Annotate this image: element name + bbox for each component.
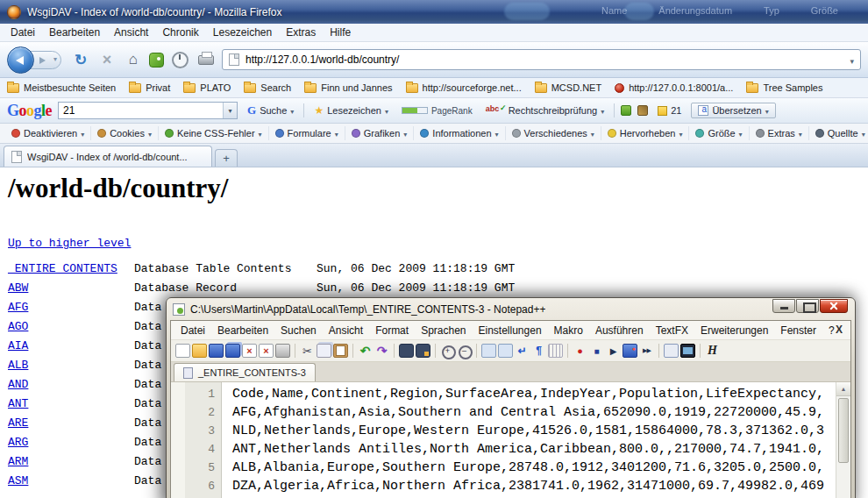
entry-link[interactable]: _ENTIRE_CONTENTS: [8, 262, 134, 275]
bookmark-item[interactable]: Tree Samples: [746, 82, 822, 93]
bookmark-item[interactable]: Search: [244, 82, 291, 93]
pagerank-indicator[interactable]: PageRank: [398, 104, 476, 117]
webdev-menu-item[interactable]: Verschiedenes: [506, 126, 601, 140]
bookmark-item[interactable]: Meistbesuchte Seiten: [7, 82, 116, 93]
new-tab-button[interactable]: +: [215, 149, 238, 167]
menu-item[interactable]: Ansicht: [323, 323, 369, 338]
replace-icon[interactable]: [416, 344, 430, 358]
entry-link[interactable]: ALB: [8, 359, 134, 372]
google-search-value[interactable]: 21: [59, 104, 223, 117]
bookmark-item[interactable]: PLATO: [183, 82, 231, 93]
up-link[interactable]: Up to higher level: [8, 237, 131, 250]
copy-icon[interactable]: [317, 344, 331, 358]
sync-v-icon[interactable]: [481, 344, 496, 358]
stop-icon[interactable]: [96, 49, 117, 70]
clock-icon[interactable]: [169, 49, 190, 70]
close-document-button[interactable]: X: [836, 324, 843, 336]
close-all-icon[interactable]: [259, 344, 274, 358]
sync-h-icon[interactable]: [498, 344, 513, 358]
find-icon[interactable]: [399, 344, 414, 358]
webdev-menu-item[interactable]: Grafiken: [345, 126, 415, 140]
menu-item[interactable]: Makro: [548, 323, 589, 338]
scrollbar-thumb[interactable]: [838, 398, 849, 463]
redo-icon[interactable]: [374, 344, 389, 358]
indent-guide-icon[interactable]: [548, 344, 563, 358]
webdev-menu-item[interactable]: Hervorheben: [601, 126, 690, 140]
menu-item[interactable]: TextFX: [650, 323, 694, 338]
monitor-icon[interactable]: [680, 344, 695, 358]
entry-link[interactable]: ARM: [8, 455, 134, 468]
menu-item[interactable]: Fenster: [774, 323, 822, 338]
vertical-scrollbar[interactable]: [836, 382, 850, 498]
entry-link[interactable]: AND: [8, 378, 134, 391]
undo-icon[interactable]: [358, 344, 373, 358]
menu-item[interactable]: Ausführen: [589, 323, 650, 338]
url-bar[interactable]: http://127.0.0.1/world-db/country/: [222, 49, 861, 70]
menu-item[interactable]: Erweiterungen: [694, 323, 774, 338]
close-doc-icon[interactable]: [242, 344, 257, 358]
zoom-in-icon[interactable]: [440, 344, 455, 358]
entry-link[interactable]: AGO: [8, 320, 134, 333]
show-symbols-icon[interactable]: [531, 344, 546, 358]
menu-item[interactable]: Extras: [279, 25, 323, 40]
menu-item[interactable]: Datei: [4, 25, 42, 40]
webdev-menu-item[interactable]: Größe: [689, 126, 749, 140]
editor-text[interactable]: Code,Name,Continent,Region,SurfaceArea,I…: [222, 382, 836, 498]
separator[interactable]: [658, 344, 659, 358]
webdev-menu-item[interactable]: Formulare: [269, 126, 345, 140]
webdev-menu-item[interactable]: Cookies: [91, 126, 159, 140]
webdev-menu-item[interactable]: Keine CSS-Fehler: [159, 126, 269, 140]
menu-item[interactable]: Suchen: [274, 323, 323, 338]
entry-link[interactable]: AIA: [8, 339, 134, 352]
translate-button[interactable]: Übersetzen: [691, 103, 775, 118]
close-button[interactable]: [820, 299, 848, 313]
save-macro-icon[interactable]: [623, 344, 637, 358]
bookmark-item[interactable]: Privat: [129, 82, 170, 93]
reload-icon[interactable]: [70, 49, 91, 70]
webdev-menu-item[interactable]: Informationen: [414, 126, 505, 140]
tab-wsgidav[interactable]: WsgiDAV - Index of /world-db/count...: [4, 146, 212, 167]
open-icon[interactable]: [192, 344, 207, 358]
doc-switch-icon[interactable]: [664, 344, 679, 358]
word-wrap-icon[interactable]: [515, 344, 530, 358]
bookmark-item[interactable]: Finn und Jannes: [304, 82, 392, 93]
google-search-box[interactable]: 21: [58, 102, 238, 119]
separator[interactable]: [435, 344, 436, 358]
new-file-icon[interactable]: [175, 344, 190, 358]
menu-item[interactable]: Hilfe: [323, 25, 358, 40]
paste-icon[interactable]: [333, 344, 348, 358]
menu-item[interactable]: Sprachen: [415, 323, 472, 338]
menu-item[interactable]: Bearbeiten: [42, 25, 107, 40]
save-icon[interactable]: [209, 344, 224, 358]
home-icon[interactable]: [123, 49, 144, 70]
entry-link[interactable]: AFG: [8, 301, 134, 314]
bookmark-item[interactable]: http://sourceforge.net...: [406, 82, 522, 93]
maximize-button[interactable]: [796, 299, 819, 313]
menu-item[interactable]: Lesezeichen: [206, 25, 279, 40]
entry-link[interactable]: ANT: [8, 397, 134, 410]
menu-item[interactable]: Ansicht: [107, 25, 155, 40]
google-search-button[interactable]: Suche: [244, 102, 297, 119]
scroll-up-icon[interactable]: [836, 382, 850, 396]
entry-link[interactable]: ASM: [8, 474, 134, 487]
separator[interactable]: [295, 344, 295, 358]
entry-link[interactable]: ABW: [8, 281, 134, 295]
feed-icon[interactable]: [149, 53, 164, 68]
tab-entire-contents[interactable]: _ENTIRE_CONTENTS-3: [174, 363, 316, 381]
menu-item[interactable]: Einstellungen: [473, 323, 548, 338]
separator[interactable]: [352, 344, 353, 358]
cut-icon[interactable]: [300, 344, 315, 358]
hex-icon[interactable]: [705, 344, 720, 358]
webdev-menu-item[interactable]: Deaktivieren: [5, 126, 91, 140]
separator[interactable]: [476, 344, 477, 358]
menu-item[interactable]: Format: [369, 323, 415, 338]
menu-item[interactable]: Datei: [174, 323, 211, 338]
webdev-menu-item[interactable]: Quellte: [809, 126, 868, 140]
bookmark-item[interactable]: http://127.0.0.1:8001/a...: [615, 82, 733, 93]
highlight-button[interactable]: 21: [654, 103, 685, 117]
run-multi-icon[interactable]: [639, 344, 654, 358]
stop-macro-icon[interactable]: [589, 344, 604, 358]
pencil-icon[interactable]: [637, 105, 648, 116]
play-macro-icon[interactable]: [606, 344, 621, 358]
entry-link[interactable]: ARG: [8, 436, 134, 449]
